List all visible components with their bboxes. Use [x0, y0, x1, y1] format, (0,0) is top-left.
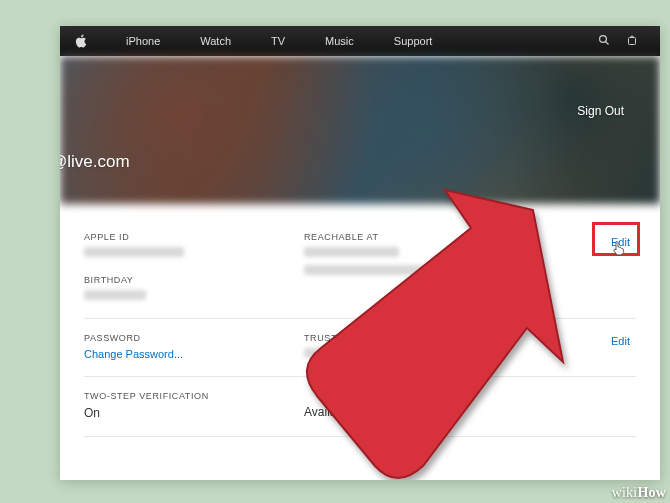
apple-logo-icon[interactable] — [74, 34, 88, 48]
watermark: wikiHow — [612, 485, 666, 501]
apple-id-value-redacted — [84, 247, 184, 257]
svg-line-1 — [606, 42, 609, 45]
watermark-how: How — [637, 485, 666, 500]
password-label: PASSWORD — [84, 333, 304, 343]
two-step-value: On — [84, 406, 100, 420]
svg-rect-2 — [629, 38, 636, 45]
trusted-label: TRUSTE — [304, 333, 636, 343]
svg-point-0 — [600, 36, 607, 43]
apple-id-label: APPLE ID — [84, 232, 304, 242]
two-step-label: TWO-STEP VERIFICATION — [84, 391, 304, 401]
watermark-wiki: wiki — [612, 485, 638, 500]
reachable-value-redacted-1 — [304, 247, 399, 257]
reachable-value-redacted-2 — [304, 265, 444, 275]
nav-music[interactable]: Music — [305, 35, 374, 47]
browser-window: iPhone Watch TV Music Support Sign Out @… — [60, 26, 660, 480]
search-icon[interactable] — [590, 34, 618, 48]
edit-account-link[interactable]: Edit — [611, 236, 630, 248]
birthday-label: BIRTHDAY — [84, 275, 304, 285]
section-security: PASSWORD Change Password... TRUSTE Edit — [84, 319, 636, 377]
reachable-at-label: REACHABLE AT — [304, 232, 636, 242]
nav-watch[interactable]: Watch — [180, 35, 251, 47]
sign-out-link[interactable]: Sign Out — [577, 104, 624, 118]
trusted-value-redacted — [304, 348, 384, 358]
edit-security-link[interactable]: Edit — [611, 335, 630, 347]
account-content: APPLE ID BIRTHDAY REACHABLE AT Edit — [60, 204, 660, 437]
bag-icon[interactable] — [618, 34, 646, 48]
section-account: APPLE ID BIRTHDAY REACHABLE AT Edit — [84, 222, 636, 319]
section-twostep: TWO-STEP VERIFICATION On Availabl — [84, 377, 636, 437]
availability-value: Availabl — [304, 405, 346, 419]
change-password-link[interactable]: Change Password... — [84, 348, 183, 360]
global-nav: iPhone Watch TV Music Support — [60, 26, 660, 56]
nav-support[interactable]: Support — [374, 35, 453, 47]
nav-tv[interactable]: TV — [251, 35, 305, 47]
nav-iphone[interactable]: iPhone — [106, 35, 180, 47]
hero-banner — [60, 56, 660, 204]
account-email: @live.com — [60, 152, 130, 172]
birthday-value-redacted — [84, 290, 146, 300]
